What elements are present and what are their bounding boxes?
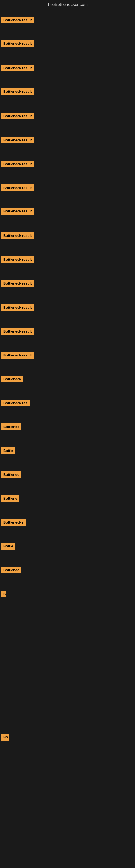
bottleneck-badge-18: Bottlenec bbox=[1, 424, 21, 430]
bottleneck-badge-17: Bottleneck res bbox=[1, 400, 30, 406]
bottleneck-badge-9: Bottleneck result bbox=[1, 208, 34, 215]
bottleneck-badge-8: Bottleneck result bbox=[1, 184, 34, 191]
bottleneck-item-5: Bottleneck result bbox=[1, 113, 34, 120]
bottleneck-item-23: Bottle bbox=[1, 543, 15, 551]
bottleneck-item-4: Bottleneck result bbox=[1, 88, 34, 96]
bottleneck-item-21: Bottlene bbox=[1, 495, 19, 503]
bottleneck-badge-20: Bottlenec bbox=[1, 471, 21, 478]
bottleneck-badge-15: Bottleneck result bbox=[1, 352, 34, 359]
bottleneck-badge-2: Bottleneck result bbox=[1, 40, 34, 47]
bottleneck-badge-11: Bottleneck result bbox=[1, 256, 34, 263]
bottleneck-item-11: Bottleneck result bbox=[1, 256, 34, 264]
bottleneck-item-3: Bottleneck result bbox=[1, 65, 34, 72]
bottleneck-badge-3: Bottleneck result bbox=[1, 65, 34, 71]
bottleneck-badge-25: B bbox=[1, 590, 6, 597]
bottleneck-item-2: Bottleneck result bbox=[1, 40, 34, 48]
bottleneck-item-1: Bottleneck result bbox=[1, 17, 34, 24]
bottleneck-badge-5: Bottleneck result bbox=[1, 113, 34, 119]
bottleneck-item-6: Bottleneck result bbox=[1, 137, 34, 145]
site-title: TheBottlenecker.com bbox=[0, 0, 135, 9]
bottleneck-badge-24: Bottlenec bbox=[1, 567, 21, 574]
bottleneck-item-12: Bottleneck result bbox=[1, 280, 34, 288]
bottleneck-item-13: Bottleneck result bbox=[1, 304, 34, 312]
bottleneck-item-10: Bottleneck result bbox=[1, 232, 34, 240]
bottleneck-badge-12: Bottleneck result bbox=[1, 280, 34, 287]
bottleneck-badge-13: Bottleneck result bbox=[1, 304, 34, 311]
bottleneck-badge-19: Bottle bbox=[1, 447, 15, 454]
bottleneck-item-22: Bottleneck r bbox=[1, 519, 26, 527]
bottleneck-item-16: Bottleneck bbox=[1, 376, 23, 383]
bottleneck-item-19: Bottle bbox=[1, 447, 15, 455]
bottleneck-badge-6: Bottleneck result bbox=[1, 137, 34, 144]
bottleneck-badge-1: Bottleneck result bbox=[1, 17, 34, 23]
bottleneck-item-20: Bottlenec bbox=[1, 471, 21, 479]
bottleneck-item-9: Bottleneck result bbox=[1, 208, 34, 216]
bottleneck-badge-22: Bottleneck r bbox=[1, 519, 26, 526]
bottleneck-item-8: Bottleneck result bbox=[1, 184, 34, 192]
bottleneck-badge-14: Bottleneck result bbox=[1, 328, 34, 335]
bottleneck-item-15: Bottleneck result bbox=[1, 352, 34, 360]
bottleneck-badge-7: Bottleneck result bbox=[1, 161, 34, 167]
bottleneck-badge-21: Bottlene bbox=[1, 495, 19, 502]
bottleneck-badge-4: Bottleneck result bbox=[1, 88, 34, 95]
bottleneck-item-24: Bottlenec bbox=[1, 567, 21, 575]
bottleneck-badge-23: Bottle bbox=[1, 543, 15, 550]
bottleneck-item-17: Bottleneck res bbox=[1, 400, 30, 407]
bottleneck-item-30: Bo bbox=[1, 734, 9, 742]
bottleneck-item-25: B bbox=[1, 590, 6, 598]
bottleneck-badge-16: Bottleneck bbox=[1, 376, 23, 382]
bottleneck-item-14: Bottleneck result bbox=[1, 328, 34, 336]
bottleneck-badge-30: Bo bbox=[1, 734, 9, 741]
bottleneck-item-18: Bottlenec bbox=[1, 424, 21, 431]
bottleneck-badge-10: Bottleneck result bbox=[1, 232, 34, 239]
bottleneck-item-7: Bottleneck result bbox=[1, 161, 34, 168]
